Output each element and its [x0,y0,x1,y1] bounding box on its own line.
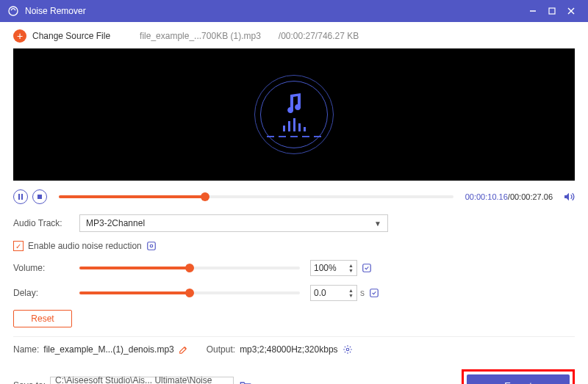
volume-input[interactable]: 100% ▲▼ [310,260,357,276]
maximize-button[interactable] [542,0,562,22]
volume-slider[interactable] [79,267,300,269]
chevron-down-icon: ▼ [221,382,229,385]
noise-reduction-label: Enable audio noise reduction [28,241,142,251]
name-value: file_example_M...(1)_denois.mp3 [43,344,173,355]
seek-slider[interactable] [59,195,453,198]
divider [13,336,575,337]
saveto-value: C:\Aiseesoft Studio\Ais... Ultimate\Nois… [55,375,221,384]
audio-track-label: Audio Track: [13,218,79,228]
export-button[interactable]: Export [467,374,570,384]
saveto-select[interactable]: C:\Aiseesoft Studio\Ais... Ultimate\Nois… [50,377,234,384]
source-filename: file_example_...700KB (1).mp3 [140,31,261,41]
svg-point-0 [9,7,18,15]
visualizer-inner [260,81,328,148]
add-source-button[interactable]: + [13,29,26,43]
close-button[interactable] [562,0,581,22]
speaker-icon[interactable] [563,191,575,203]
reset-button[interactable]: Reset [13,310,72,327]
volume-up-icon[interactable]: ▲ [348,263,354,268]
export-highlight: Export [462,369,575,384]
titlebar: Noise Remover [0,0,588,22]
music-note-icon [284,92,304,114]
name-label: Name: [13,344,39,355]
svg-rect-10 [363,264,371,272]
volume-value: 100% [314,263,337,273]
svg-point-9 [150,244,153,247]
chevron-down-icon: ▼ [374,220,381,228]
audio-track-row: Audio Track: MP3-2Channel ▼ [13,214,575,232]
svg-rect-11 [370,289,379,297]
svg-point-12 [346,348,349,351]
volume-reset-icon[interactable] [362,263,372,273]
delay-up-icon[interactable]: ▲ [348,288,354,293]
window-title: Noise Remover [25,6,523,16]
delay-thumb[interactable] [185,289,194,297]
footer: Name: file_example_M...(1)_denois.mp3 Ou… [13,344,575,384]
visualizer-ring [254,75,334,154]
time-display: 00:00:10.16/00:00:27.06 [465,192,553,201]
output-value: mp3;2;48000Hz;320kbps [240,344,337,355]
saveto-label: Save to: [13,380,46,384]
change-source-label[interactable]: Change Source File [32,31,110,41]
noise-reduction-row: ✓ Enable audio noise reduction [13,241,575,251]
preview-area [13,48,575,181]
source-duration-size: /00:00:27/746.27 KB [279,31,359,41]
delay-row: Delay: 0.0 ▲▼ s [13,285,575,301]
volume-down-icon[interactable]: ▼ [348,268,354,273]
audio-track-select[interactable]: MP3-2Channel ▼ [79,214,388,232]
source-row: + Change Source File file_example_...700… [13,28,575,48]
delay-down-icon[interactable]: ▼ [348,293,354,298]
output-settings-icon[interactable] [343,344,353,355]
svg-rect-7 [37,195,42,199]
delay-value: 0.0 [314,288,326,298]
volume-thumb[interactable] [185,264,194,272]
svg-rect-8 [148,242,156,250]
equalizer-dashes-icon [267,136,321,137]
player-controls: 00:00:10.16/00:00:27.06 [13,189,575,204]
volume-label: Volume: [13,263,79,273]
svg-rect-2 [549,8,555,14]
noise-reduction-checkbox[interactable]: ✓ [13,241,24,251]
delay-slider[interactable] [79,291,300,294]
audio-track-value: MP3-2Channel [86,218,145,228]
app-logo-icon [7,5,19,17]
output-label: Output: [207,344,235,355]
seek-thumb[interactable] [201,192,209,201]
noise-settings-icon[interactable] [146,241,157,251]
pause-button[interactable] [13,189,28,204]
equalizer-bars-icon [283,118,306,131]
delay-unit: s [360,288,365,298]
open-folder-icon[interactable] [240,380,251,384]
volume-row: Volume: 100% ▲▼ [13,260,575,276]
edit-name-icon[interactable] [179,344,189,355]
delay-reset-icon[interactable] [369,288,379,298]
svg-rect-6 [21,194,23,200]
svg-rect-5 [18,194,20,200]
delay-input[interactable]: 0.0 ▲▼ [310,285,357,301]
minimize-button[interactable] [523,0,542,22]
delay-label: Delay: [13,288,79,298]
stop-button[interactable] [32,189,47,204]
